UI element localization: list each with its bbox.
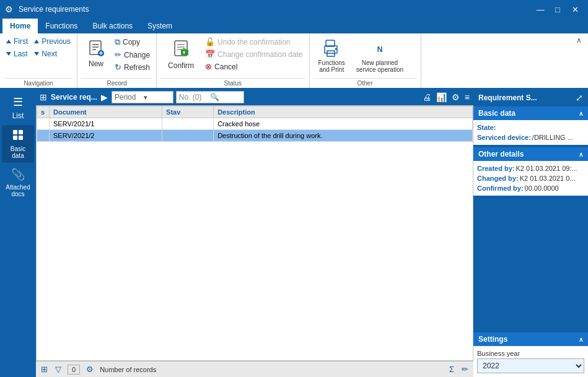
title-bar-left: ⚙ Service requirements	[5, 4, 89, 14]
created-by-row: Created by: K2 01.03.2021 09:...	[477, 163, 584, 173]
change-confirmation-date-button[interactable]: 📅 Change confirmation date	[203, 48, 305, 60]
other-details-section-title[interactable]: Other details ∧	[473, 147, 588, 161]
other-details-title-label: Other details	[478, 150, 524, 158]
tab-bulk-actions[interactable]: Bulk actions	[85, 19, 140, 33]
tab-functions[interactable]: Functions	[38, 19, 85, 33]
business-year-label: Business year	[477, 350, 584, 357]
other-details-chevron-icon: ∧	[579, 151, 583, 158]
settings-icon[interactable]: ⚙	[450, 91, 461, 103]
nav-first-button[interactable]: First	[4, 36, 30, 47]
copy-button[interactable]: ⧉ Copy	[112, 36, 152, 48]
nav-last-icon	[6, 52, 11, 56]
change-button[interactable]: ✏ Change	[112, 49, 152, 61]
table-structure-icon[interactable]: ⊞	[40, 363, 49, 375]
ribbon-group-status: Confirm 🔓 Undo the confirmation 📅 Change…	[157, 33, 309, 88]
maximize-button[interactable]: □	[550, 3, 566, 15]
nav-last-button[interactable]: Last	[4, 48, 30, 59]
ribbon-other-label: Other	[314, 78, 417, 87]
no-search-input[interactable]: No. (0) 🔍	[176, 91, 244, 103]
undo-confirmation-button[interactable]: 🔓 Undo the confirmation	[203, 36, 305, 48]
other-details-content: Created by: K2 01.03.2021 09:... Changed…	[473, 161, 588, 196]
functions-print-label: Functionsand Print	[318, 59, 345, 73]
col-header-description[interactable]: Description	[214, 106, 473, 118]
print-icon	[322, 38, 341, 58]
ribbon-record-content: + New ⧉ Copy ✏ Change ↻ Refresh	[81, 36, 152, 76]
settings-section-title[interactable]: Settings ∧	[473, 332, 588, 346]
close-button[interactable]: ✕	[567, 3, 583, 15]
change-date-label: Change confirmation date	[217, 50, 302, 59]
nav-next-icon	[34, 52, 39, 56]
sidebar-item-basic-data[interactable]: Basicdata	[2, 125, 34, 163]
ribbon-status-label: Status	[160, 78, 305, 87]
ribbon-spacer	[421, 33, 573, 88]
edit-icon[interactable]: ✏	[460, 363, 470, 375]
basic-data-section-title[interactable]: Basic data ∧	[473, 106, 588, 120]
col-header-s[interactable]: s	[37, 106, 50, 118]
cancel-button[interactable]: ⊗ Cancel	[203, 61, 305, 72]
left-sidebar: ☰ List Basicdata 📎 Attacheddocs	[0, 89, 36, 377]
table-layout-icon[interactable]: ⊞	[38, 91, 48, 103]
new-button[interactable]: + New	[81, 36, 111, 71]
change-icon: ✏	[115, 50, 121, 59]
menu-icon[interactable]: ≡	[463, 91, 471, 103]
nav-previous-button[interactable]: Previous	[32, 36, 73, 47]
cell-s-0	[37, 118, 50, 130]
settings-table-icon[interactable]: ⚙	[85, 363, 95, 375]
ribbon: First Last Previous Next Navigation	[0, 33, 588, 89]
tab-home[interactable]: Home	[2, 19, 38, 33]
col-header-document[interactable]: Document	[50, 106, 162, 118]
right-panel-settings: Settings ∧ Business year 2022	[473, 332, 588, 377]
filter-count: 0	[68, 365, 80, 375]
ribbon-collapse-area: ∧	[573, 33, 588, 88]
sidebar-item-list[interactable]: ☰ List	[2, 92, 34, 124]
nav-first-label: First	[14, 37, 28, 46]
chart-icon[interactable]: 📊	[435, 91, 448, 103]
minimize-button[interactable]: —	[532, 3, 548, 15]
serviced-device-value: /DRILLING ...	[532, 134, 573, 141]
ribbon-record-label: Record	[81, 78, 152, 87]
title-bar: ⚙ Service requirements — □ ✕	[0, 0, 588, 19]
table-row[interactable]: SERV/2021/1 Cracked hose	[37, 118, 473, 130]
state-label: State:	[477, 124, 496, 131]
table-expand-icon[interactable]: ▶	[100, 91, 109, 103]
content-area: ⊞ Service req... ▶ Period ▼ No. (0) 🔍 🖨 …	[36, 89, 473, 377]
period-dropdown[interactable]: Period ▼	[112, 91, 173, 103]
copy-icon: ⧉	[115, 37, 120, 47]
changed-by-row: Changed by: K2 01.03.2021 0...	[477, 173, 584, 183]
ribbon-group-other: Functionsand Print N New plannedservice …	[310, 33, 421, 88]
cell-stav-0	[162, 118, 214, 130]
ribbon-collapse-button[interactable]: ∧	[573, 35, 586, 46]
table-row[interactable]: SERV/2021/2 Destruction of the drill dur…	[37, 130, 473, 142]
basic-data-icon	[12, 129, 24, 143]
settings-content: Business year 2022	[473, 346, 588, 377]
right-panel-expand-button[interactable]: ⤢	[576, 93, 583, 103]
functions-print-button[interactable]: Functionsand Print	[314, 36, 350, 76]
created-by-value: K2 01.03.2021 09:...	[516, 165, 577, 172]
svg-text:+: +	[99, 49, 103, 57]
nav-next-label: Next	[42, 50, 57, 58]
new-planned-button[interactable]: N New plannedservice operation	[351, 36, 408, 76]
sidebar-item-attached-docs[interactable]: 📎 Attacheddocs	[2, 164, 34, 201]
print-table-icon[interactable]: 🖨	[421, 91, 432, 103]
refresh-button[interactable]: ↻ Refresh	[112, 61, 152, 73]
tab-system[interactable]: System	[140, 19, 180, 33]
svg-text:N: N	[377, 45, 383, 54]
right-panel: Requirement S... ⤢ Basic data ∧ State: S…	[473, 89, 588, 377]
sum-icon[interactable]: Σ	[448, 363, 455, 375]
svg-point-13	[335, 48, 337, 50]
list-icon: ☰	[13, 95, 23, 109]
confirm-button[interactable]: Confirm	[160, 36, 201, 72]
ribbon-status-content: Confirm 🔓 Undo the confirmation 📅 Change…	[160, 36, 305, 76]
cancel-label: Cancel	[214, 63, 237, 71]
new-planned-icon: N	[370, 38, 390, 58]
nav-next-button[interactable]: Next	[32, 48, 73, 59]
svg-rect-16	[19, 130, 23, 134]
filter-icon[interactable]: ▽	[54, 363, 63, 375]
svg-rect-15	[13, 130, 17, 134]
table-header-row: s Document Stav Description	[37, 106, 473, 118]
basic-data-title-label: Basic data	[478, 109, 516, 118]
confirm-label: Confirm	[168, 61, 194, 70]
right-panel-title: Requirement S...	[478, 93, 537, 102]
business-year-select[interactable]: 2022	[477, 358, 584, 373]
col-header-stav[interactable]: Stav	[162, 106, 214, 118]
